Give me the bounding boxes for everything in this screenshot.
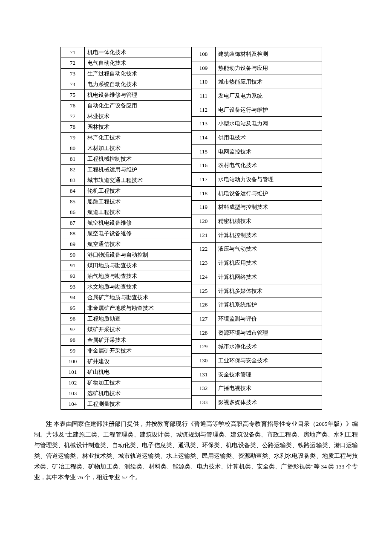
row-number: 128 xyxy=(192,326,216,340)
table-row: 102矿物加工技术 xyxy=(61,378,191,388)
row-name: 机电一体化技术 xyxy=(85,47,191,58)
row-number: 110 xyxy=(192,75,216,89)
row-name: 油气地质与勘查技术 xyxy=(85,271,191,282)
table-row: 84轮机工程技术 xyxy=(61,186,191,197)
row-name: 计算机应用技术 xyxy=(216,256,322,270)
table-row: 99非金属矿开采技术 xyxy=(61,346,191,356)
row-name: 计算机系统维护 xyxy=(216,298,322,312)
row-name: 航空通信技术 xyxy=(85,239,191,250)
row-name: 金属矿产地质与勘查技术 xyxy=(85,292,191,303)
table-row: 100矿井建设 xyxy=(61,356,191,367)
row-number: 98 xyxy=(61,335,85,346)
row-name: 航空机电设备维修 xyxy=(85,218,191,228)
row-name: 自动化生产设备应用 xyxy=(85,101,191,111)
row-name: 广播电视技术 xyxy=(216,382,322,396)
row-number: 127 xyxy=(192,312,216,326)
row-number: 104 xyxy=(61,399,85,410)
row-name: 工业环保与安全技术 xyxy=(216,354,322,368)
table-row: 87航空机电设备维修 xyxy=(61,218,191,228)
row-name: 水文地质与勘查技术 xyxy=(85,282,191,292)
row-number: 114 xyxy=(192,131,216,145)
row-number: 101 xyxy=(61,367,85,378)
row-name: 工程地质勘查 xyxy=(85,314,191,324)
table-row: 83城市轨道交通工程技术 xyxy=(61,175,191,186)
table-row: 126计算机系统维护 xyxy=(192,298,322,312)
row-number: 111 xyxy=(192,89,216,103)
row-number: 100 xyxy=(61,356,85,367)
footnote: 注 本表由国家住建部注册部门提供，并按教育部现行《普通高等学校高职高专教育指导性… xyxy=(34,419,358,483)
table-row: 88航空电子设备维修 xyxy=(61,228,191,239)
row-number: 131 xyxy=(192,367,216,382)
row-number: 76 xyxy=(61,101,85,111)
table-row: 89航空通信技术 xyxy=(61,239,191,250)
row-number: 120 xyxy=(192,214,216,228)
row-number: 87 xyxy=(61,218,85,228)
row-number: 96 xyxy=(61,314,85,324)
table-row: 72电气自动化技术 xyxy=(61,58,191,69)
row-name: 矿物加工技术 xyxy=(85,378,191,388)
row-name: 电气自动化技术 xyxy=(85,58,191,69)
table-row: 98金属矿开采技术 xyxy=(61,335,191,346)
row-number: 92 xyxy=(61,271,85,282)
table-row: 128资源环境与城市管理 xyxy=(192,326,322,340)
table-row: 95非金属矿产地质与勘查技术 xyxy=(61,303,191,314)
row-number: 115 xyxy=(192,145,216,159)
table-row: 112电厂设备运行与维护 xyxy=(192,103,322,117)
row-number: 77 xyxy=(61,111,85,122)
row-name: 农村电气化技术 xyxy=(216,159,322,173)
table-row: 111发电厂及电力系统 xyxy=(192,89,322,103)
row-name: 船舶工程技术 xyxy=(85,197,191,207)
row-name: 矿井建设 xyxy=(85,356,191,367)
table-row: 113小型水电站及电力网 xyxy=(192,117,322,131)
row-name: 发电厂及电力系统 xyxy=(216,89,322,103)
row-name: 小型水电站及电力网 xyxy=(216,117,322,131)
table-row: 122液压与气动技术 xyxy=(192,242,322,256)
row-name: 工程机械运用与维护 xyxy=(85,165,191,175)
right-table: 108建筑装饰材料及检测109热能动力设备与应用110城市热能应用技术111发电… xyxy=(191,47,322,410)
table-row: 104工程测量技术 xyxy=(61,399,191,410)
row-name: 电力系统自动化技术 xyxy=(85,79,191,90)
table-row: 86航道工程技术 xyxy=(61,207,191,218)
row-number: 112 xyxy=(192,103,216,117)
row-name: 计算机网络技术 xyxy=(216,270,322,284)
table-row: 81工程机械控制技术 xyxy=(61,154,191,165)
table-row: 90港口物流设备与自动控制 xyxy=(61,250,191,260)
table-row: 123计算机应用技术 xyxy=(192,256,322,270)
row-number: 125 xyxy=(192,284,216,298)
table-row: 80木材加工技术 xyxy=(61,143,191,154)
row-number: 102 xyxy=(61,378,85,388)
row-name: 热能动力设备与应用 xyxy=(216,61,322,75)
table-row: 114供用电技术 xyxy=(192,131,322,145)
table-row: 71机电一体化技术 xyxy=(61,47,191,58)
table-row: 109热能动力设备与应用 xyxy=(192,61,322,75)
table-row: 76自动化生产设备应用 xyxy=(61,101,191,111)
row-name: 城市水净化技术 xyxy=(216,340,322,354)
row-number: 73 xyxy=(61,69,85,79)
table-row: 115电网监控技术 xyxy=(192,145,322,159)
table-row: 108建筑装饰材料及检测 xyxy=(192,47,322,61)
row-number: 132 xyxy=(192,382,216,396)
row-name: 精密机械技术 xyxy=(216,214,322,228)
row-name: 航道工程技术 xyxy=(85,207,191,218)
row-number: 75 xyxy=(61,90,85,101)
row-number: 129 xyxy=(192,340,216,354)
row-number: 133 xyxy=(192,396,216,410)
table-row: 127环境监测与评价 xyxy=(192,312,322,326)
table-row: 78园林技术 xyxy=(61,122,191,133)
row-number: 117 xyxy=(192,173,216,187)
row-number: 119 xyxy=(192,200,216,214)
table-row: 116农村电气化技术 xyxy=(192,159,322,173)
row-number: 72 xyxy=(61,58,85,69)
row-name: 轮机工程技术 xyxy=(85,186,191,197)
row-number: 84 xyxy=(61,186,85,197)
row-name: 安全技术管理 xyxy=(216,367,322,382)
row-name: 材料成型与控制技术 xyxy=(216,200,322,214)
row-number: 116 xyxy=(192,159,216,173)
table-row: 77林业技术 xyxy=(61,111,191,122)
row-number: 89 xyxy=(61,239,85,250)
table-row: 93水文地质与勘查技术 xyxy=(61,282,191,292)
row-number: 94 xyxy=(61,292,85,303)
table-row: 124计算机网络技术 xyxy=(192,270,322,284)
row-name: 城市热能应用技术 xyxy=(216,75,322,89)
table-row: 74电力系统自动化技术 xyxy=(61,79,191,90)
